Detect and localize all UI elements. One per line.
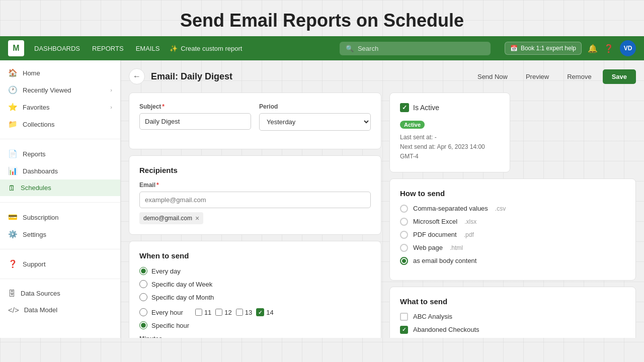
abandoned-checkbox[interactable] xyxy=(400,326,408,334)
minutes-label: Minutes xyxy=(139,335,371,338)
reports-icon: 📄 xyxy=(8,149,18,158)
sidebar-item-data-model[interactable]: </> Data Model xyxy=(0,302,120,318)
next-send: Next send at: Apr 6, 2023 14:00 GMT-4 xyxy=(400,142,500,161)
sidebar-item-schedules[interactable]: 🗓 Schedules xyxy=(0,179,120,196)
sidebar-item-subscription[interactable]: 💳 Subscription xyxy=(0,209,120,226)
chevron-right-icon: › xyxy=(110,87,112,93)
when-to-send-card: When to send Every day Specific day of W… xyxy=(129,241,381,338)
status-card: Is Active Active Last sent at: - Next se… xyxy=(389,93,510,172)
html-radio[interactable] xyxy=(400,244,408,252)
how-to-send-card: How to send Comma-separated values .csv … xyxy=(389,178,636,281)
hour-13[interactable]: 13 xyxy=(236,309,252,316)
radio-specific-day-month[interactable]: Specific day of Month xyxy=(139,293,371,301)
period-label: Period xyxy=(259,103,371,110)
preview-button[interactable]: Preview xyxy=(519,69,556,84)
sidebar-item-collections[interactable]: 📁 Collections xyxy=(0,116,120,133)
home-icon: 🏠 xyxy=(8,68,18,77)
star-icon: ⭐ xyxy=(8,103,18,112)
hour-14[interactable]: 14 xyxy=(256,308,273,316)
schedule-icon: 🗓 xyxy=(8,184,16,192)
help-icon[interactable]: ❓ xyxy=(604,44,614,53)
star-icon: ✨ xyxy=(170,45,178,52)
nav-reports[interactable]: REPORTS xyxy=(92,43,124,54)
is-active-row: Is Active xyxy=(400,103,500,112)
sidebar: 🏠 Home 🕐 Recently Viewed › ⭐ Favorites ›… xyxy=(0,60,121,338)
sidebar-item-support[interactable]: ❓ Support xyxy=(0,255,120,273)
xlsx-radio[interactable] xyxy=(400,218,408,226)
option-xlsx[interactable]: Microsoft Excel .xlsx xyxy=(400,218,625,226)
period-group: Period Yesterday Today Last 7 days Last … xyxy=(259,103,371,131)
subscription-icon: 💳 xyxy=(8,213,18,222)
what-to-send-title: What to send xyxy=(400,297,625,306)
email-group: Email* demo@gmail.com × xyxy=(139,182,371,224)
clock-icon: 🕐 xyxy=(8,85,18,95)
period-select[interactable]: Yesterday Today Last 7 days Last 30 days xyxy=(259,113,371,131)
sidebar-item-recently-viewed[interactable]: 🕐 Recently Viewed › xyxy=(0,81,120,99)
right-col: Is Active Active Last sent at: - Next se… xyxy=(389,93,636,338)
support-icon: ❓ xyxy=(8,259,18,268)
nav-emails[interactable]: EMAILS xyxy=(136,43,160,54)
specific-hour-row: Specific hour xyxy=(139,321,371,329)
sidebar-item-dashboards[interactable]: 📊 Dashboards xyxy=(0,162,120,179)
subject-group: Subject* xyxy=(139,103,251,131)
active-badge: Active xyxy=(400,121,425,129)
option-csv[interactable]: Comma-separated values .csv xyxy=(400,205,625,213)
search-icon: 🔍 xyxy=(346,45,354,52)
content-header: ← Email: Daily Digest Send Now Preview R… xyxy=(129,68,636,84)
is-active-checkbox[interactable] xyxy=(400,103,409,112)
radio-every-day[interactable]: Every day xyxy=(139,267,371,275)
top-cards-row: Subject* Period Yesterday Today xyxy=(129,93,636,338)
page-title: Send Email Reports on Schedule xyxy=(0,0,644,36)
header-actions: Send Now Preview Remove Save xyxy=(470,69,636,84)
radio-specific-day-week[interactable]: Specific day of Week xyxy=(139,280,371,288)
recipients-title: Recipients xyxy=(139,166,371,174)
hour-options-row: Every hour 11 12 xyxy=(139,308,371,316)
chevron-right-icon: › xyxy=(110,104,112,110)
calendar-icon: 📅 xyxy=(510,45,518,52)
main-area: ← Email: Daily Digest Send Now Preview R… xyxy=(121,60,644,338)
expert-help-button[interactable]: 📅 Book 1:1 expert help xyxy=(505,42,582,55)
sidebar-item-home[interactable]: 🏠 Home xyxy=(0,64,120,81)
sidebar-item-data-sources[interactable]: 🗄 Data Sources xyxy=(0,285,120,302)
navbar-actions: 📅 Book 1:1 expert help 🔔 ❓ VD xyxy=(505,40,636,56)
bell-icon[interactable]: 🔔 xyxy=(588,44,598,53)
option-pdf[interactable]: PDF document .pdf xyxy=(400,231,625,239)
sidebar-item-favorites[interactable]: ⭐ Favorites › xyxy=(0,99,120,116)
minutes-group: Minutes xyxy=(139,335,371,338)
what-item-abandoned: Abandoned Checkouts xyxy=(400,326,625,334)
email-tag: demo@gmail.com × xyxy=(139,212,203,224)
radio-every-hour[interactable]: Every hour xyxy=(139,308,183,316)
avatar[interactable]: VD xyxy=(620,40,636,56)
csv-radio[interactable] xyxy=(400,205,408,213)
email-input[interactable] xyxy=(139,192,371,208)
option-html[interactable]: Web page .html xyxy=(400,244,625,252)
option-email-body[interactable]: as email body content xyxy=(400,257,625,265)
abc-checkbox[interactable] xyxy=(400,313,408,321)
remove-button[interactable]: Remove xyxy=(560,69,598,84)
email-title: Email: Daily Digest xyxy=(151,71,464,82)
recipients-card: Recipients Email* demo@gmail.com × xyxy=(129,155,381,235)
content-scroll: ← Email: Daily Digest Send Now Preview R… xyxy=(121,60,644,338)
hour-11[interactable]: 11 xyxy=(195,309,211,316)
search-bar[interactable]: 🔍 Search xyxy=(340,42,491,55)
nav-links: DASHBOARDS REPORTS EMAILS xyxy=(34,43,159,54)
subject-label: Subject* xyxy=(139,103,251,110)
nav-dashboards[interactable]: DASHBOARDS xyxy=(34,43,80,54)
sidebar-item-reports[interactable]: 📄 Reports xyxy=(0,145,120,162)
send-now-button[interactable]: Send Now xyxy=(470,69,515,84)
create-custom-report[interactable]: ✨ Create custom report xyxy=(170,45,242,52)
subject-input[interactable] xyxy=(139,113,251,130)
is-active-label: Is Active xyxy=(413,104,439,112)
sidebar-item-settings[interactable]: ⚙️ Settings xyxy=(0,226,120,243)
save-button[interactable]: Save xyxy=(603,69,636,84)
navbar: M DASHBOARDS REPORTS EMAILS ✨ Create cus… xyxy=(0,36,644,60)
hour-12[interactable]: 12 xyxy=(215,309,231,316)
radio-specific-hour[interactable]: Specific hour xyxy=(139,321,371,329)
email-body-radio[interactable] xyxy=(400,257,408,265)
back-button[interactable]: ← xyxy=(129,68,145,84)
folder-icon: 📁 xyxy=(8,120,18,129)
data-sources-icon: 🗄 xyxy=(8,289,16,298)
remove-tag-button[interactable]: × xyxy=(195,214,199,222)
pdf-radio[interactable] xyxy=(400,231,408,239)
what-to-send-card: What to send ABC Analysis Abandoned Chec… xyxy=(389,287,636,338)
